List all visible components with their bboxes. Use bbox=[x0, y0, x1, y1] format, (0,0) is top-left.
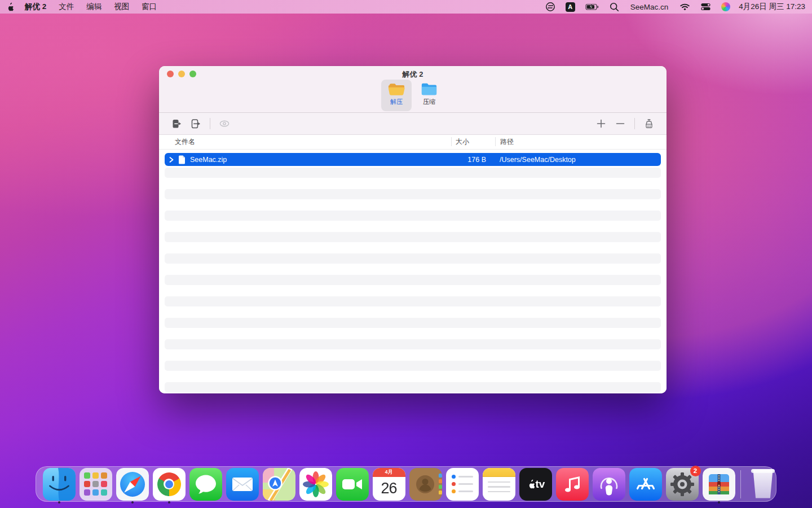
apple-logo-icon bbox=[5, 2, 14, 12]
spotlight-search-icon[interactable] bbox=[604, 0, 624, 14]
column-header-size[interactable]: 大小 bbox=[456, 137, 469, 147]
empty-row-stripe bbox=[165, 168, 661, 178]
menubar-menu-window[interactable]: 窗口 bbox=[135, 0, 163, 14]
apple-tv-icon: tv bbox=[519, 468, 552, 501]
maps-icon bbox=[263, 468, 295, 501]
dock-launchpad[interactable] bbox=[80, 468, 112, 501]
input-source-icon[interactable]: A bbox=[561, 0, 580, 14]
empty-row-stripe bbox=[165, 339, 661, 349]
window-titlebar[interactable]: 解优 2 解压 压缩 bbox=[159, 66, 667, 113]
remove-button[interactable] bbox=[611, 116, 630, 132]
empty-row-stripe bbox=[165, 211, 661, 221]
calendar-month: 4月 bbox=[373, 468, 405, 477]
dock-finder[interactable] bbox=[43, 468, 76, 501]
toolbar-tabs: 解压 压缩 bbox=[159, 80, 667, 111]
add-button[interactable] bbox=[592, 116, 611, 132]
dock-messages[interactable] bbox=[189, 468, 222, 501]
mail-icon bbox=[226, 468, 259, 501]
notification-badge: 2 bbox=[690, 466, 701, 476]
contacts-icon bbox=[409, 468, 442, 501]
wifi-icon[interactable] bbox=[674, 0, 695, 14]
facetime-icon bbox=[336, 468, 369, 501]
dock-calendar[interactable]: 4月 26 bbox=[373, 468, 405, 501]
menubar-menu-view[interactable]: 视图 bbox=[108, 0, 135, 14]
dock-photos[interactable] bbox=[299, 468, 332, 501]
dock-system-settings[interactable]: 2 bbox=[666, 468, 699, 501]
tab-compress[interactable]: 压缩 bbox=[414, 80, 444, 111]
export-file-icon bbox=[191, 119, 201, 129]
dock-podcasts[interactable] bbox=[593, 468, 625, 501]
app-store-icon bbox=[629, 468, 662, 501]
clean-list-icon bbox=[644, 119, 654, 129]
preview-button[interactable] bbox=[215, 116, 234, 132]
add-icon bbox=[596, 119, 606, 129]
disclosure-chevron-icon[interactable] bbox=[169, 157, 174, 163]
tab-compress-label: 压缩 bbox=[423, 98, 435, 106]
siri-icon[interactable] bbox=[716, 0, 735, 14]
photos-icon bbox=[299, 468, 332, 501]
dock-reminders[interactable] bbox=[446, 468, 479, 501]
export-file-button[interactable] bbox=[186, 116, 205, 132]
calendar-day: 26 bbox=[373, 477, 405, 501]
running-indicator bbox=[131, 501, 134, 503]
apple-menu[interactable] bbox=[0, 0, 19, 14]
dock-chrome[interactable] bbox=[153, 468, 186, 501]
toolbar-divider bbox=[210, 118, 210, 129]
running-indicator bbox=[58, 501, 60, 503]
apple-tv-label: tv bbox=[536, 478, 545, 491]
reminders-icon bbox=[446, 468, 479, 501]
dock-divider bbox=[740, 470, 741, 498]
dock-contacts[interactable] bbox=[409, 468, 442, 501]
safari-icon bbox=[116, 468, 149, 501]
clean-list-button[interactable] bbox=[639, 116, 659, 132]
tab-extract-label: 解压 bbox=[390, 98, 403, 106]
switch-app-icon[interactable] bbox=[540, 0, 561, 14]
dock-app-store[interactable] bbox=[629, 468, 662, 501]
music-icon bbox=[556, 468, 589, 501]
menubar-app-menu[interactable]: 解优 2 bbox=[19, 0, 52, 14]
table-row-seemac-zip[interactable]: SeeMac.zip 176 B /Users/SeeMac/Desktop bbox=[165, 153, 661, 166]
empty-row-stripe bbox=[165, 253, 661, 264]
empty-row-stripe bbox=[165, 318, 661, 328]
dock-apple-tv[interactable]: tv bbox=[519, 468, 552, 501]
zip-file-icon bbox=[178, 155, 186, 164]
action-toolbar bbox=[159, 113, 667, 135]
control-center-icon[interactable] bbox=[695, 0, 716, 14]
dock-facetime[interactable] bbox=[336, 468, 369, 501]
empty-row-stripe bbox=[165, 189, 661, 199]
empty-row-stripe bbox=[165, 296, 661, 306]
battery-charging-icon[interactable] bbox=[580, 0, 604, 14]
remove-icon bbox=[615, 119, 625, 129]
preview-eye-icon bbox=[219, 119, 230, 129]
dock-archiver[interactable] bbox=[703, 468, 735, 501]
dock: 4月 26 bbox=[36, 466, 776, 502]
dock-trash[interactable] bbox=[747, 468, 779, 501]
menu-bar: 解优 2 文件 编辑 视图 窗口 A SeeMa bbox=[0, 0, 812, 14]
empty-row-stripe bbox=[165, 382, 661, 392]
dock-music[interactable] bbox=[556, 468, 589, 501]
dock-notes[interactable] bbox=[483, 468, 515, 501]
column-header-path[interactable]: 路径 bbox=[500, 137, 514, 147]
dock-safari[interactable] bbox=[116, 468, 149, 501]
app-window: 解优 2 解压 压缩 bbox=[159, 66, 667, 393]
toolbar-divider bbox=[634, 118, 635, 129]
messages-icon bbox=[189, 468, 222, 501]
table-body: SeeMac.zip 176 B /Users/SeeMac/Desktop bbox=[159, 150, 667, 393]
dock-mail[interactable] bbox=[226, 468, 259, 501]
menubar-clock[interactable]: 4月26日 周三 17:23 bbox=[735, 0, 812, 14]
column-header-filename[interactable]: 文件名 bbox=[175, 137, 195, 147]
open-folder-icon bbox=[388, 82, 405, 97]
window-title: 解优 2 bbox=[159, 69, 667, 80]
closed-folder-icon bbox=[421, 82, 438, 97]
dock-maps[interactable] bbox=[263, 468, 295, 501]
tab-extract[interactable]: 解压 bbox=[381, 80, 412, 111]
running-indicator bbox=[168, 501, 170, 503]
menubar-site-label[interactable]: SeeMac.cn bbox=[624, 0, 675, 14]
menubar-menu-edit[interactable]: 编辑 bbox=[80, 0, 108, 14]
empty-row-stripe bbox=[165, 361, 661, 371]
archiver-icon bbox=[703, 468, 735, 501]
import-file-button[interactable] bbox=[167, 116, 186, 132]
menubar-menu-file[interactable]: 文件 bbox=[52, 0, 80, 14]
file-size: 176 B bbox=[451, 156, 486, 164]
notes-icon bbox=[483, 468, 515, 501]
